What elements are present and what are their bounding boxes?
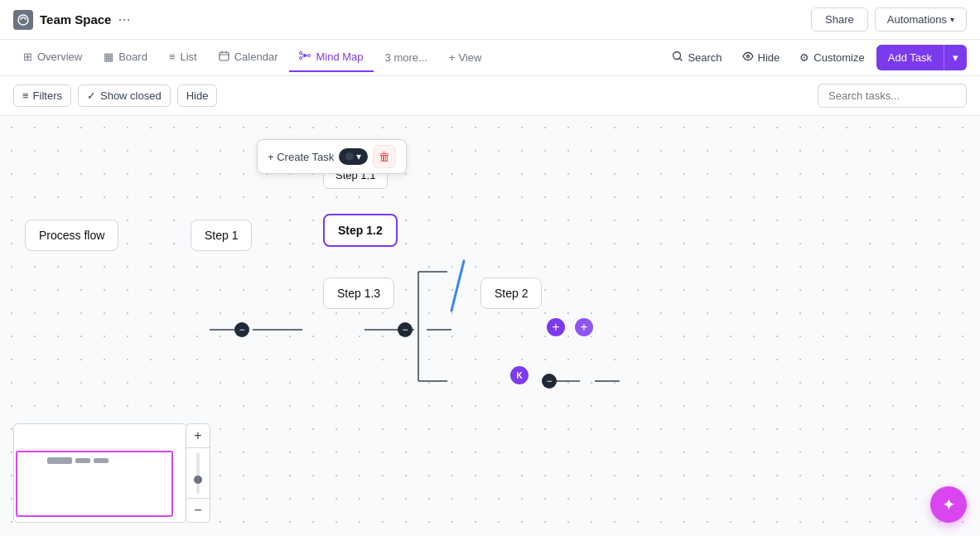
filters-button[interactable]: ≡ Filters (13, 85, 71, 107)
board-icon: ▦ (104, 51, 113, 63)
tab-calendar[interactable]: Calendar (209, 44, 288, 72)
node-step1[interactable]: Step 1 (191, 220, 252, 251)
fab-button[interactable]: ✦ (930, 486, 967, 523)
filter-icon: ≡ (22, 89, 29, 102)
workspace-more-button[interactable]: ··· (118, 11, 130, 28)
minimap-content (47, 457, 109, 464)
gear-icon: ⚙ (799, 51, 809, 64)
topbar-actions: Share Automations ▾ (811, 7, 967, 31)
mini-node-small-2 (94, 458, 109, 463)
mini-node (47, 457, 72, 464)
zoom-controls: + − (186, 423, 210, 523)
check-circle-icon: ✓ (87, 89, 96, 102)
plus-icon: + (449, 51, 456, 64)
overview-icon: ⊞ (23, 51, 32, 63)
workspace-icon (13, 10, 33, 30)
tab-board[interactable]: ▦ Board (94, 44, 157, 71)
step1-2-add-child[interactable]: + (547, 318, 565, 336)
eye-icon (742, 51, 754, 65)
fab-icon: ✦ (942, 495, 956, 514)
automations-button[interactable]: Automations ▾ (875, 7, 967, 31)
avatar[interactable]: K (510, 366, 529, 384)
step1-2-add-sibling[interactable]: + (575, 318, 593, 336)
step2-label: Step 2 (495, 287, 528, 300)
svg-point-0 (18, 15, 28, 25)
share-button[interactable]: Share (811, 7, 868, 31)
mindmap-canvas[interactable]: Process flow − Step 1 − + Create Task ▾ … (0, 116, 980, 536)
dropdown-arrow: ▾ (356, 151, 361, 162)
add-view-button[interactable]: + View (439, 45, 492, 70)
step1-3-label: Step 1.3 (337, 287, 380, 300)
search-tasks-input[interactable] (818, 84, 967, 108)
node-step1-2[interactable]: Step 1.2 (323, 214, 398, 247)
add-task-chevron-icon[interactable]: ▾ (944, 45, 967, 70)
node-step2[interactable]: Step 2 (480, 278, 542, 309)
zoom-in-button[interactable]: + (186, 424, 210, 447)
show-closed-button[interactable]: ✓ Show closed (78, 85, 171, 107)
svg-point-7 (746, 56, 749, 58)
mini-node-small (75, 458, 90, 463)
slider-thumb[interactable] (194, 476, 202, 484)
process-flow-connector[interactable]: − (234, 322, 249, 337)
toolbar-left: ≡ Filters ✓ Show closed Hide (13, 85, 217, 107)
top-bar: Team Space ··· Share Automations ▾ (0, 0, 980, 40)
nav-tabs-right: Search Hide ⚙ Customize Add Task ▾ (664, 45, 967, 70)
step1-3-connector[interactable]: − (542, 374, 557, 389)
svg-rect-1 (220, 52, 229, 60)
hide-button[interactable]: Hide (734, 46, 789, 70)
process-flow-label: Process flow (39, 229, 104, 242)
more-tabs-button[interactable]: 3 more... (375, 45, 437, 70)
svg-point-2 (303, 54, 307, 57)
color-dot (345, 152, 354, 161)
delete-button[interactable]: 🗑 (373, 145, 396, 168)
workspace-section: Team Space ··· (13, 10, 130, 30)
step1-label: Step 1 (205, 229, 238, 242)
tab-overview[interactable]: ⊞ Overview (13, 44, 92, 71)
zoom-out-button[interactable]: − (186, 499, 210, 522)
nav-tabs: ⊞ Overview ▦ Board ≡ List Calendar Mind … (0, 40, 980, 76)
toolbar: ≡ Filters ✓ Show closed Hide (0, 76, 980, 116)
search-button[interactable]: Search (664, 46, 730, 70)
slider-track[interactable] (196, 452, 200, 494)
list-icon: ≡ (169, 51, 176, 63)
step1-2-label: Step 1.2 (338, 224, 383, 237)
calendar-icon (219, 51, 229, 64)
nav-tabs-left: ⊞ Overview ▦ Board ≡ List Calendar Mind … (13, 43, 491, 72)
color-dot-button[interactable]: ▾ (339, 148, 368, 165)
node-process-flow[interactable]: Process flow (25, 220, 118, 251)
zoom-slider[interactable] (186, 448, 210, 498)
mindmap-icon (299, 50, 311, 64)
svg-line-18 (451, 261, 464, 311)
tab-mindmap[interactable]: Mind Map (289, 43, 373, 72)
workspace-title: Team Space (40, 12, 111, 27)
add-task-button[interactable]: Add Task ▾ (876, 45, 967, 70)
customize-button[interactable]: ⚙ Customize (791, 46, 872, 69)
search-icon (672, 51, 683, 65)
minimap (13, 423, 187, 523)
node-step1-3[interactable]: Step 1.3 (323, 278, 394, 309)
step1-connector[interactable]: − (398, 322, 413, 337)
toolbar-hide-button[interactable]: Hide (177, 85, 218, 107)
create-task-label[interactable]: + Create Task (268, 151, 334, 163)
tab-list[interactable]: ≡ List (159, 44, 207, 71)
chevron-down-icon: ▾ (950, 15, 954, 24)
create-task-popup[interactable]: + Create Task ▾ 🗑 (257, 139, 407, 174)
